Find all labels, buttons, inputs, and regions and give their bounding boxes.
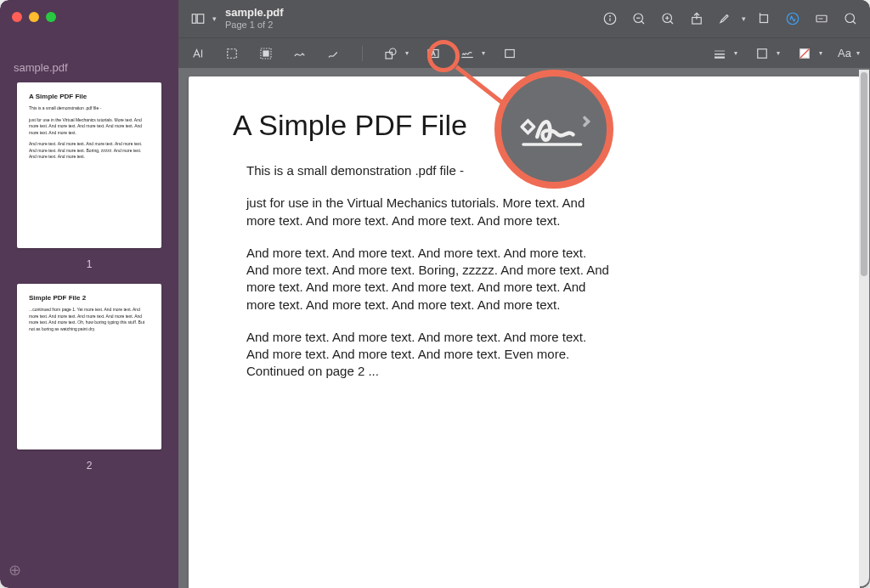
highlight-button[interactable]: [715, 8, 737, 30]
pdf-page: A Simple PDF File This is a small demons…: [189, 76, 860, 588]
chevron-down-icon[interactable]: ▾: [734, 49, 737, 57]
redact-tool[interactable]: [257, 44, 275, 63]
chevron-down-icon[interactable]: ▾: [777, 49, 780, 57]
titlebar: ▾ sample.pdf Page 1 of 2 ▾: [178, 0, 870, 37]
page-indicator: Page 1 of 2: [225, 20, 284, 31]
page-paragraph: This is a small demonstration .pdf file …: [246, 162, 612, 179]
svg-rect-31: [758, 48, 767, 58]
fullscreen-window-button[interactable]: [46, 12, 56, 22]
rect-select-tool[interactable]: [223, 44, 241, 63]
chevron-down-icon[interactable]: ▾: [482, 49, 485, 57]
sketch-tool[interactable]: [291, 44, 309, 63]
svg-point-17: [845, 14, 855, 23]
svg-rect-27: [506, 49, 515, 57]
thumbnail-list[interactable]: A Simple PDF File This is a small demons…: [0, 82, 178, 552]
page-paragraph: And more text. And more text. And more t…: [246, 245, 612, 314]
svg-rect-23: [386, 52, 393, 59]
signature-tool[interactable]: [458, 44, 477, 63]
minimize-window-button[interactable]: [29, 12, 39, 22]
markup-toggle-button[interactable]: [782, 8, 804, 30]
fill-color-tool[interactable]: [795, 44, 814, 63]
page-thumbnail[interactable]: A Simple PDF File This is a small demons…: [17, 82, 161, 248]
page-paragraph: And more text. And more text. And more t…: [246, 329, 612, 381]
svg-rect-22: [263, 51, 268, 56]
chevron-down-icon[interactable]: ▾: [856, 49, 860, 57]
shapes-tool[interactable]: [381, 44, 400, 63]
text-select-tool[interactable]: [189, 44, 207, 63]
chevron-down-icon[interactable]: ▾: [819, 49, 822, 57]
svg-rect-1: [197, 14, 204, 24]
title-block: sample.pdf Page 1 of 2: [225, 7, 284, 31]
svg-line-9: [670, 21, 673, 24]
page-heading: A Simple PDF File: [233, 109, 816, 142]
page-thumbnail[interactable]: Simple PDF File 2 ...continued from page…: [17, 284, 161, 449]
svg-rect-0: [192, 14, 196, 24]
zoom-out-button[interactable]: [628, 8, 650, 30]
scrollbar-thumb[interactable]: [861, 72, 867, 276]
text-style-tool[interactable]: Aa: [838, 47, 851, 59]
share-button[interactable]: [686, 8, 708, 30]
view-mode-button[interactable]: [187, 8, 209, 30]
line-style-tool[interactable]: [710, 44, 729, 63]
separator: [362, 46, 363, 61]
border-color-tool[interactable]: [753, 44, 771, 63]
markup-toolbar: ▾ ▾ ▾ ▾ ▾ Aa ▾: [178, 37, 870, 68]
window-controls: [0, 0, 178, 29]
note-tool[interactable]: [500, 44, 519, 63]
page-paragraph: just for use in the Virtual Mechanics tu…: [246, 195, 612, 229]
svg-line-18: [853, 21, 856, 24]
svg-point-24: [390, 48, 397, 55]
zoom-in-button[interactable]: [657, 8, 679, 30]
svg-line-6: [641, 21, 644, 24]
sidebar: sample.pdf A Simple PDF File This is a s…: [0, 0, 178, 588]
document-title: sample.pdf: [225, 7, 284, 20]
sidebar-file-name: sample.pdf: [0, 29, 178, 82]
main-area: ▾ sample.pdf Page 1 of 2 ▾ ▾ ▾: [178, 0, 870, 588]
thumbnail-number: 1: [15, 258, 163, 270]
document-viewport[interactable]: A Simple PDF File This is a small demons…: [178, 68, 870, 588]
draw-tool[interactable]: [325, 44, 343, 63]
chevron-down-icon[interactable]: ▾: [405, 49, 409, 57]
svg-rect-20: [228, 48, 237, 58]
info-button[interactable]: [599, 8, 621, 30]
vertical-scrollbar[interactable]: [859, 70, 869, 586]
form-fill-button[interactable]: [811, 8, 833, 30]
close-window-button[interactable]: [12, 12, 22, 22]
svg-point-4: [610, 16, 611, 17]
text-tool[interactable]: [424, 44, 443, 63]
search-button[interactable]: [839, 8, 862, 30]
rotate-button[interactable]: [753, 8, 775, 30]
chevron-down-icon[interactable]: ▾: [212, 14, 217, 23]
thumbnail-number: 2: [15, 460, 163, 472]
add-page-button[interactable]: ⊕: [0, 552, 178, 588]
svg-rect-13: [760, 15, 768, 23]
chevron-down-icon[interactable]: ▾: [742, 14, 746, 23]
